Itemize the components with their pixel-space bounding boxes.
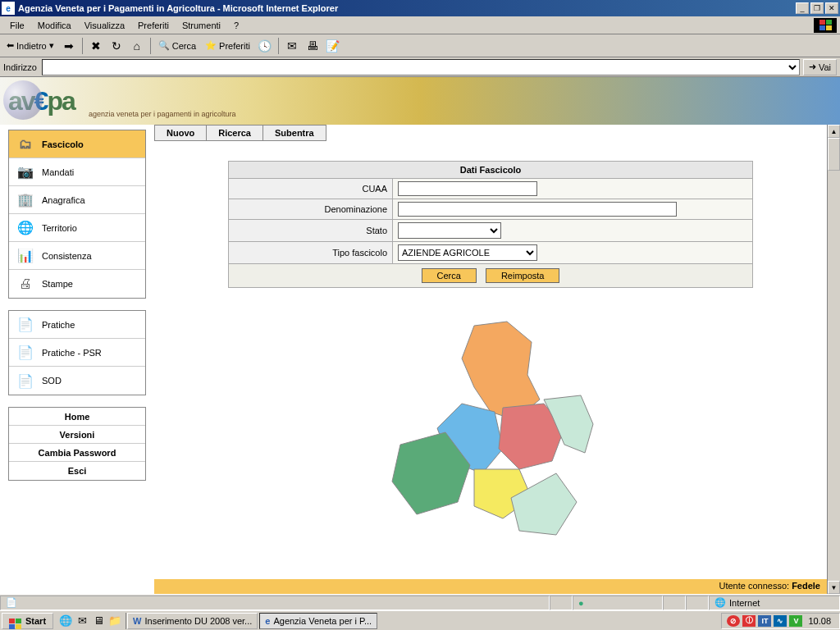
window-titlebar: e Agenzia Veneta per i Pagamenti in Agri… [0,0,840,16]
sidebar-item-fascicolo[interactable]: 🗂 Fascicolo [9,130,145,158]
app-quick-icon[interactable]: 📁 [107,614,122,628]
tray-icon[interactable]: V [789,615,802,627]
menu-strumenti[interactable]: Strumenti [176,19,227,32]
taskbar: Start 🌐 ✉ 🖥 📁 W Inserimento DU 2008 ver.… [0,610,840,630]
back-button[interactable]: ⬅ Indietro ▾ [3,40,57,51]
done-icon: 📄 [6,597,17,609]
sidebar-item-territorio[interactable]: 🌐 Territorio [9,214,145,242]
sidebar-item-cambia-password[interactable]: Cambia Password [9,444,145,462]
scroll-thumb[interactable] [828,138,840,171]
globe-icon: 🌐 [16,220,35,236]
menu-modifica[interactable]: Modifica [31,19,78,32]
home-button[interactable]: ⌂ [128,37,146,55]
tray-lang-icon[interactable]: IT [758,615,771,627]
sidebar-item-home[interactable]: Home [9,408,145,426]
main-panel: Nuovo Ricerca Subentra Dati Fascicolo CU… [154,125,840,594]
mail-button[interactable]: ✉ [283,37,301,55]
content-area: 🗂 Fascicolo 📷 Mandati 🏢 Anagrafica 🌐 Ter… [0,125,840,594]
sidebar-item-pratiche[interactable]: 📄 Pratiche [9,311,145,339]
ie-icon: e [265,616,270,626]
form-title: Dati Fascicolo [229,162,753,179]
nav-group-3: Home Versioni Cambia Password Esci [8,407,146,481]
menu-help[interactable]: ? [227,19,245,32]
ie-status-bar: 📄 ● 🌐 Internet [0,594,840,610]
address-label: Indirizzo [3,62,39,72]
nav-group-1: 🗂 Fascicolo 📷 Mandati 🏢 Anagrafica 🌐 Ter… [8,130,146,299]
desktop-quick-icon[interactable]: 🖥 [91,614,106,628]
vertical-scrollbar[interactable]: ▲ ▼ [827,125,840,594]
history-button[interactable]: 🕓 [256,37,274,55]
taskbar-item-ie[interactable]: e Agenzia Veneta per i P... [259,613,377,629]
tab-subentra[interactable]: Subentra [262,125,326,141]
tipo-label: Tipo fascicolo [229,242,393,264]
tab-ricerca[interactable]: Ricerca [206,125,262,141]
sidebar-item-stampe[interactable]: 🖨 Stampe [9,270,145,298]
favorites-button[interactable]: ⭐ Preferiti [202,40,253,51]
denominazione-input[interactable] [398,202,677,217]
cuaa-input[interactable] [398,181,537,196]
taskbar-clock[interactable]: 10.08 [805,616,834,626]
tipo-fascicolo-select[interactable]: AZIENDE AGRICOLE [398,244,537,261]
sidebar-item-label: Territorio [42,223,77,233]
windows-logo-icon [9,615,22,627]
sidebar-item-label: Fascicolo [42,139,84,149]
sidebar-item-label: Pratiche [42,320,75,330]
edit-button[interactable]: 📝 [324,37,342,55]
tab-nuovo[interactable]: Nuovo [154,125,206,141]
utente-label: Utente connesso: [719,581,789,591]
print-button[interactable]: 🖶 [304,37,322,55]
restore-button[interactable]: ❐ [810,2,824,14]
close-button[interactable]: ✕ [825,2,838,14]
address-input[interactable] [42,59,800,75]
scroll-down-button[interactable]: ▼ [828,581,840,594]
lock-icon: ● [578,598,584,608]
sidebar-item-anagrafica[interactable]: 🏢 Anagrafica [9,186,145,214]
menu-bar: File Modifica Visualizza Preferiti Strum… [0,16,840,34]
refresh-button[interactable]: ↻ [107,37,126,55]
building-icon: 🏢 [16,192,35,208]
stop-button[interactable]: ✖ [87,37,105,55]
search-button[interactable]: 🔍 Cerca [155,40,199,51]
ie-quick-icon[interactable]: 🌐 [58,614,73,628]
app-banner: av€pa agenzia veneta per i pagamenti in … [0,77,840,125]
stato-select[interactable] [398,222,501,239]
go-button[interactable]: ➜ Vai [803,59,837,75]
minimize-button[interactable]: _ [796,2,809,14]
forward-button[interactable]: ➡ [60,37,78,55]
menu-visualizza[interactable]: Visualizza [78,19,131,32]
tray-icon[interactable]: ∿ [774,615,787,627]
sidebar-item-label: SOD [42,376,62,386]
taskbar-item-word[interactable]: W Inserimento DU 2008 ver... [127,613,258,629]
cuaa-label: CUAA [229,179,393,199]
utente-name: Fedele [792,581,820,591]
sidebar-item-esci[interactable]: Esci [9,462,145,480]
veneto-map [154,309,827,557]
sidebar-item-consistenza[interactable]: 📊 Consistenza [9,242,145,270]
menu-file[interactable]: File [3,19,31,32]
sidebar-item-pratiche-psr[interactable]: 📄 Pratiche - PSR [9,339,145,367]
printer-icon: 🖨 [16,276,35,292]
sidebar: 🗂 Fascicolo 📷 Mandati 🏢 Anagrafica 🌐 Ter… [0,125,154,594]
document-icon: 📄 [16,372,35,389]
stato-label: Stato [229,220,393,242]
sidebar-item-label: Stampe [42,279,73,289]
sidebar-item-label: Anagrafica [42,195,85,205]
start-button[interactable]: Start [2,613,53,629]
scroll-up-button[interactable]: ▲ [828,125,840,138]
folder-icon: 🗂 [16,136,35,153]
sidebar-item-versioni[interactable]: Versioni [9,426,145,444]
sidebar-item-sod[interactable]: 📄 SOD [9,367,145,395]
status-pane [663,596,686,610]
outlook-quick-icon[interactable]: ✉ [75,614,89,628]
tray-icon[interactable]: ⊘ [727,615,740,627]
menu-preferiti[interactable]: Preferiti [131,19,176,32]
tray-icon[interactable]: ⓘ [742,615,756,627]
ie-icon: e [2,2,15,15]
word-icon: W [133,616,141,626]
reimposta-button[interactable]: Reimposta [486,268,560,283]
status-zone: 🌐 Internet [709,596,840,610]
status-pane-main: 📄 [0,596,550,610]
document-icon: 📄 [16,345,35,361]
sidebar-item-mandati[interactable]: 📷 Mandati [9,158,145,186]
cerca-button[interactable]: Cerca [422,268,477,283]
